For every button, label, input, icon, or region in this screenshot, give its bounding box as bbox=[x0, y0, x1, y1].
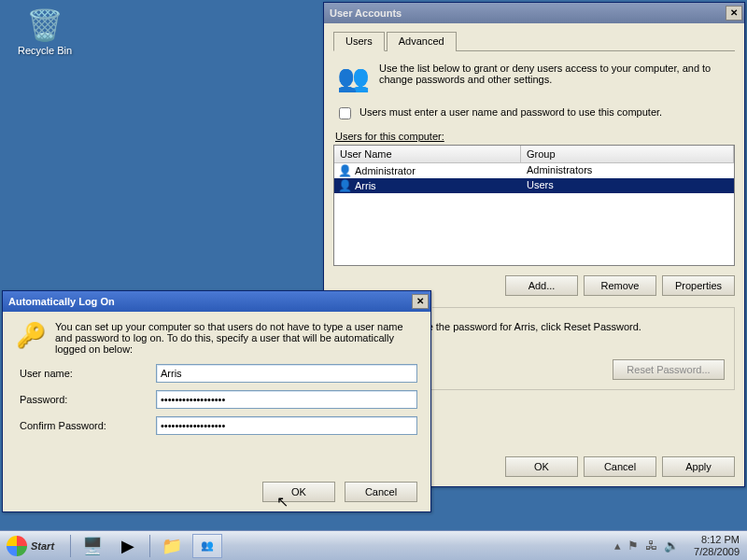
user-accounts-titlebar[interactable]: User Accounts ✕ bbox=[324, 3, 744, 23]
tab-users[interactable]: Users bbox=[333, 32, 385, 51]
col-username[interactable]: User Name bbox=[334, 146, 521, 162]
recycle-bin-label: Recycle Bin bbox=[17, 45, 73, 56]
server-manager-icon[interactable]: 🖥️ bbox=[78, 533, 106, 559]
properties-button[interactable]: Properties bbox=[662, 275, 735, 296]
user-icon: 👤 bbox=[338, 164, 352, 177]
must-enter-label: Users must enter a user name and passwor… bbox=[359, 106, 662, 118]
apply-button[interactable]: Apply bbox=[662, 456, 735, 477]
auto-logon-titlebar[interactable]: Automatically Log On ✕ bbox=[3, 291, 430, 312]
ok-button[interactable]: OK bbox=[505, 456, 578, 477]
start-label: Start bbox=[31, 540, 54, 552]
volume-icon[interactable]: 🔉 bbox=[662, 537, 681, 554]
users-for-computer-label: Users for this computer: bbox=[333, 127, 735, 145]
taskbar-separator bbox=[149, 535, 150, 557]
taskbar-clock[interactable]: 8:12 PM 7/28/2009 bbox=[686, 534, 747, 558]
auto-logon-title: Automatically Log On bbox=[8, 296, 412, 307]
cancel-button[interactable]: Cancel bbox=[345, 482, 417, 502]
clock-date: 7/28/2009 bbox=[694, 546, 740, 558]
powershell-icon[interactable]: ▶ bbox=[114, 533, 142, 559]
network-icon[interactable]: 🖧 bbox=[643, 537, 659, 554]
users-list[interactable]: User Name Group 👤Administrator Administr… bbox=[333, 145, 735, 266]
must-enter-checkbox[interactable] bbox=[339, 107, 351, 119]
tab-advanced[interactable]: Advanced bbox=[387, 32, 457, 51]
chevron-up-icon[interactable]: ▴ bbox=[613, 537, 623, 554]
users-icon: 👥 bbox=[337, 63, 370, 93]
start-button[interactable]: Start bbox=[2, 533, 64, 559]
ok-button[interactable]: OK bbox=[262, 482, 335, 502]
auto-logon-dialog: Automatically Log On ✕ 🔑 You can set up … bbox=[2, 290, 431, 512]
password-input[interactable] bbox=[156, 390, 417, 409]
clock-time: 8:12 PM bbox=[694, 534, 740, 546]
add-button[interactable]: Add... bbox=[505, 275, 578, 296]
flag-icon[interactable]: ⚑ bbox=[626, 537, 641, 554]
user-accounts-title: User Accounts bbox=[330, 7, 726, 19]
auto-logon-intro: You can set up your computer so that use… bbox=[55, 321, 417, 355]
remove-button[interactable]: Remove bbox=[584, 275, 656, 296]
reset-password-button[interactable]: Reset Password... bbox=[613, 359, 725, 380]
windows-orb-icon bbox=[7, 536, 27, 556]
password-group-text: To change the password for Arris, click … bbox=[386, 321, 725, 332]
close-icon[interactable]: ✕ bbox=[726, 6, 742, 21]
password-label: Password: bbox=[16, 394, 156, 405]
user-icon: 👤 bbox=[338, 179, 352, 192]
recycle-bin-icon: 🗑️ bbox=[17, 7, 73, 43]
intro-text: Use the list below to grant or deny user… bbox=[379, 63, 731, 93]
recycle-bin[interactable]: 🗑️ Recycle Bin bbox=[17, 7, 73, 56]
username-label: User name: bbox=[16, 368, 156, 379]
taskbar-user-accounts[interactable]: 👥 bbox=[192, 534, 222, 558]
table-row[interactable]: 👤Administrator Administrators bbox=[334, 163, 734, 178]
users-list-header: User Name Group bbox=[334, 146, 734, 163]
users-icon: 👥 bbox=[201, 539, 214, 552]
confirm-password-label: Confirm Password: bbox=[16, 420, 156, 431]
username-input[interactable] bbox=[156, 364, 417, 383]
cancel-button[interactable]: Cancel bbox=[584, 456, 656, 477]
confirm-password-input[interactable] bbox=[156, 416, 417, 435]
col-group[interactable]: Group bbox=[521, 146, 734, 162]
taskbar-separator bbox=[70, 535, 71, 557]
taskbar: Start 🖥️ ▶ 📁 👥 ▴ ⚑ 🖧 🔉 8:12 PM 7/28/2009 bbox=[0, 530, 747, 560]
tabs: Users Advanced bbox=[333, 31, 735, 51]
system-tray: ▴ ⚑ 🖧 🔉 bbox=[607, 537, 686, 554]
keys-icon: 🔑 bbox=[16, 321, 46, 355]
table-row[interactable]: 👤Arris Users bbox=[334, 178, 734, 193]
close-icon[interactable]: ✕ bbox=[412, 294, 429, 309]
explorer-icon[interactable]: 📁 bbox=[158, 533, 186, 559]
